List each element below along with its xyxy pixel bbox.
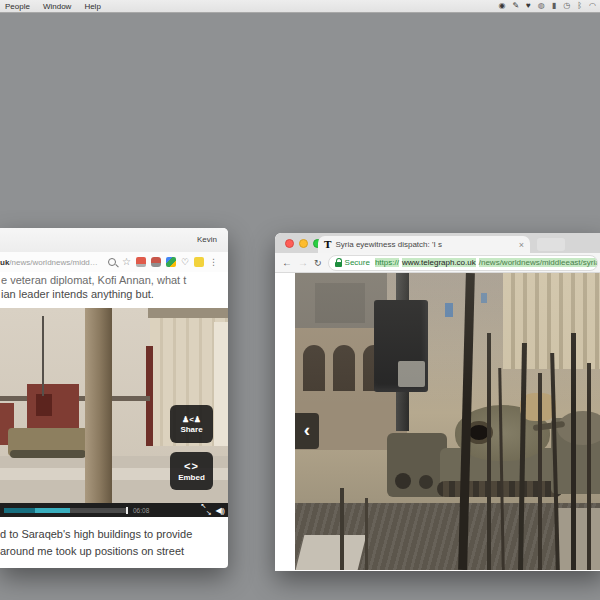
back-icon[interactable]: ←	[282, 258, 292, 268]
embed-button[interactable]: <> Embed	[170, 452, 213, 490]
extension-icon-2[interactable]	[151, 257, 161, 267]
video-frame-vehicle-tracks	[10, 450, 86, 458]
browser-toolbar: ← → ↻ Secure https://www.telegraph.co.uk…	[275, 253, 600, 273]
video-frame-eave	[148, 308, 228, 318]
tab-strip: T Syria eyewitness dispatch: 'I s ×	[275, 233, 600, 253]
minimize-window-button[interactable]	[299, 239, 308, 248]
telegraph-favicon: T	[324, 239, 331, 250]
video-controls-bar: 06:08 ↖ ↘ ◀))	[0, 503, 228, 517]
url-host: www.telegraph.co.uk	[402, 258, 476, 267]
gallery-previous-button[interactable]: ‹	[295, 413, 319, 449]
article-text-line: e veteran diplomat, Kofi Annan, what t	[0, 273, 228, 287]
video-frame-pillar	[214, 322, 228, 446]
tab-title: Syria eyewitness dispatch: 'I s	[335, 240, 514, 249]
seekbar-handle[interactable]	[126, 507, 128, 514]
app-heart-icon[interactable]: ♥	[526, 0, 531, 12]
close-window-button[interactable]	[285, 239, 294, 248]
video-seekbar[interactable]	[4, 508, 128, 513]
menu-item-help[interactable]: Help	[84, 2, 100, 11]
new-tab-button[interactable]	[537, 238, 565, 251]
search-icon[interactable]	[108, 258, 116, 266]
extension-icon-3[interactable]	[166, 257, 176, 267]
fullscreen-icon[interactable]: ↖ ↘	[201, 505, 212, 515]
volume-icon[interactable]: ◀))	[216, 506, 224, 515]
input-pen-icon[interactable]: ✎	[512, 0, 519, 12]
extension-icon-1[interactable]	[136, 257, 146, 267]
share-button[interactable]: ♟<♟ Share	[170, 405, 213, 443]
photo-haze-overlay	[295, 273, 600, 570]
address-bar[interactable]: uk/news/worldnews/midd…	[0, 258, 102, 267]
clock-icon[interactable]: ◷	[563, 0, 570, 12]
window-controls	[285, 239, 322, 248]
video-frame-red-structure	[27, 384, 79, 432]
menu-item-people[interactable]: People	[5, 2, 30, 11]
bookmark-star-icon[interactable]: ☆	[122, 257, 131, 267]
profile-name-button[interactable]: Kevin	[197, 235, 217, 244]
left-window-toolbar: uk/news/worldnews/midd… ☆ ♡ ⋮	[0, 252, 228, 272]
right-browser-window: T Syria eyewitness dispatch: 'I s × ← → …	[275, 233, 600, 571]
wifi-icon[interactable]: ◠	[589, 0, 596, 12]
url-path: /news/worldnews/middleeast/syria/	[479, 258, 598, 267]
heart-extension-icon[interactable]: ♡	[181, 257, 189, 267]
caption-text-line: d to Saraqeb's high buildings to provide	[0, 528, 192, 540]
menu-bar-status-icons: ◉ ✎ ♥ ◍ ▮ ◷ ᛒ ◠	[498, 0, 596, 12]
video-frame-red-window	[36, 394, 52, 416]
address-host-fragment: uk	[0, 258, 9, 267]
article-text-line: ian leader intends anything but.	[0, 287, 228, 301]
video-frame-pole	[85, 308, 112, 503]
bluetooth-icon[interactable]: ᛒ	[577, 0, 582, 12]
embed-icon: <>	[184, 461, 199, 472]
yellow-extension-icon[interactable]	[194, 257, 204, 267]
caption-text-line: around me took up positions on street	[0, 545, 184, 557]
gallery-photo-tanks: ‹	[295, 273, 600, 570]
page-content: ‹	[275, 273, 600, 571]
share-icon: ♟<♟	[182, 415, 201, 424]
menu-item-window[interactable]: Window	[43, 2, 71, 11]
forward-icon: →	[298, 258, 308, 268]
url-scheme: https://	[375, 258, 399, 267]
address-path-fragment: /news/worldnews/midd…	[9, 258, 97, 267]
battery-icon[interactable]: ▮	[552, 0, 556, 12]
browser-menu-icon[interactable]: ⋮	[209, 257, 218, 267]
left-browser-window: Kevin uk/news/worldnews/midd… ☆ ♡ ⋮ e ve…	[0, 228, 228, 568]
screen-record-icon[interactable]: ◉	[498, 0, 505, 12]
macos-menu-bar: People Window Help ◉ ✎ ♥ ◍ ▮ ◷ ᛒ ◠	[0, 0, 600, 13]
secure-lock-icon	[335, 262, 342, 267]
tab-close-icon[interactable]: ×	[519, 240, 524, 250]
video-player[interactable]: ♟<♟ Share <> Embed 06:08 ↖ ↘ ◀))	[0, 308, 228, 517]
secure-label: Secure	[345, 258, 370, 267]
video-time: 06:08	[133, 507, 149, 514]
browser-tab[interactable]: T Syria eyewitness dispatch: 'I s ×	[318, 236, 530, 253]
seekbar-played	[4, 508, 35, 513]
fullscreen-arrow-down: ↘	[206, 509, 212, 517]
address-bar[interactable]: Secure https://www.telegraph.co.uk/news/…	[328, 255, 598, 271]
reload-icon[interactable]: ↻	[314, 258, 322, 268]
share-button-label: Share	[180, 425, 202, 434]
display-icon[interactable]: ◍	[538, 0, 545, 12]
video-frame-antenna	[42, 316, 44, 396]
left-window-titlebar[interactable]: Kevin	[0, 228, 228, 252]
embed-button-label: Embed	[178, 473, 205, 482]
